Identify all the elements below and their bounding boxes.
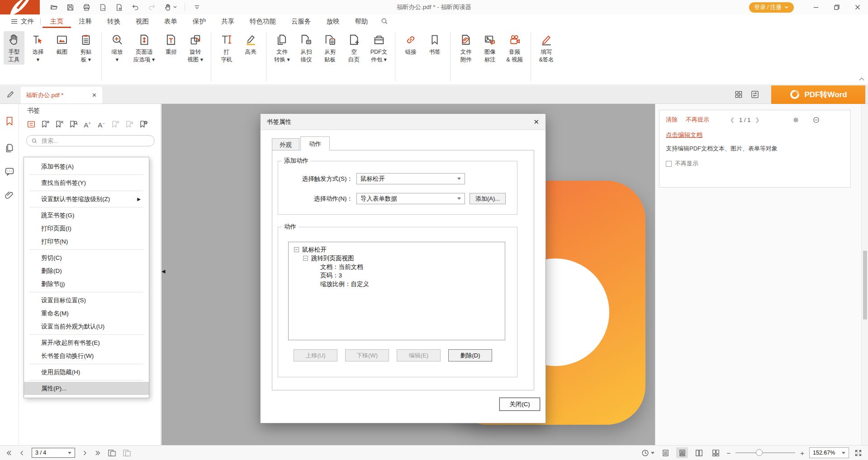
tree-row[interactable]: − 跳转到页面视图 [290,254,503,263]
image-annotation-button[interactable]: 图像标注 [479,31,500,65]
snapshot-button[interactable]: 截图 [52,31,72,57]
dialog-close-icon[interactable]: ✕ [533,118,539,126]
reflow-button[interactable]: 重排 [161,31,181,57]
close-button[interactable] [847,0,868,14]
tree-row[interactable]: 缩放比例：自定义 [290,280,503,288]
bookmark-button[interactable]: 书签 [424,31,445,57]
edit-document-link[interactable]: 点击编辑文档 [666,131,702,138]
context-menu-item[interactable]: 属性(P)... [24,382,149,395]
action-edit-button[interactable]: 下移(W) [345,349,389,361]
context-menu-item[interactable]: 展开/收起所有书签(E) [24,336,149,349]
file-attachment-button[interactable]: 文件附件 [455,31,476,65]
typewriter-button[interactable]: 打字机 [216,31,237,65]
tree-expander-icon[interactable]: − [294,247,299,252]
blank-page-button[interactable]: 空白页 [344,31,365,65]
context-menu-item[interactable]: 删除节(j) [24,277,149,291]
minimize-panel-icon[interactable] [812,116,820,124]
pdf-to-word-banner[interactable]: PDF转Word [771,85,865,104]
first-page-icon[interactable] [5,450,12,456]
minimize-button[interactable] [806,0,826,14]
attachments-panel-icon[interactable] [4,190,15,201]
fill-sign-button[interactable]: 填写&签名 [536,31,557,65]
trigger-select[interactable]: 鼠标松开 [356,173,465,184]
context-menu-item[interactable]: 使用后隐藏(H) [24,366,149,379]
dialog-title-bar[interactable]: 书签属性 ✕ [261,114,545,130]
context-menu-item[interactable]: 长书签自动换行(W) [24,349,149,362]
open-file-icon[interactable] [50,3,58,12]
menu-tab[interactable]: 表单 [157,14,185,28]
menu-tab[interactable]: 共享 [213,14,242,28]
tree-expander-icon[interactable]: − [303,256,308,261]
from-scanner-button[interactable]: 从扫描仪 [296,31,317,65]
document-tab[interactable]: 福昕办公.pdf * ✕ [21,87,102,103]
delete-bookmark-icon[interactable] [54,119,64,129]
tree-row[interactable]: − 鼠标松开 [290,245,503,254]
menu-tab[interactable]: 主页 [43,14,71,28]
vertical-scrollbar[interactable] [861,104,868,445]
find-bookmark-icon[interactable] [68,119,78,129]
clipboard-button[interactable]: 剪贴板 ▾ [76,31,96,65]
add-bookmark-icon[interactable] [40,119,50,129]
context-menu-item[interactable]: 剪切(C) [24,251,149,264]
gear-icon[interactable] [792,116,800,124]
fullscreen-icon[interactable] [854,449,863,457]
zoom-slider[interactable] [735,447,795,458]
file-convert-button[interactable]: 文件转换 ▾ [271,31,293,65]
action-edit-button[interactable]: 上移(U) [294,349,337,361]
context-menu-item[interactable]: 打印节(N) [24,235,149,248]
pdf-portfolio-button[interactable]: PDF文件包 ▾ [368,31,390,65]
link-button[interactable]: 链接 [400,31,421,57]
dialog-tab[interactable]: 动作 [300,136,330,150]
undo-icon[interactable] [131,3,140,12]
page-number-combo[interactable]: 3 / 4 [32,448,75,458]
login-button[interactable]: 登录 / 注册 [749,2,794,13]
menu-file[interactable]: 文件 [6,14,38,28]
menu-tab[interactable]: 转换 [100,14,128,28]
context-menu-item[interactable]: 查找当前书签(Y) [24,176,149,189]
tab-close-icon[interactable]: ✕ [92,92,97,99]
menu-tab[interactable]: 帮助 [347,14,376,28]
dialog-close-button[interactable]: 关闭(C) [499,398,540,411]
dialog-tab[interactable]: 外观 [272,138,299,150]
context-menu-item[interactable]: 设置目标位置(S) [24,294,149,307]
action-edit-button[interactable]: 删除(D) [448,349,492,361]
single-page-view-button[interactable] [659,447,671,458]
add-action-button[interactable]: 添加(A)... [470,193,506,204]
move-bookmark-down-icon[interactable] [124,119,134,129]
save-icon[interactable] [66,3,75,12]
from-clipboard-button[interactable]: 从剪贴板 [320,31,341,65]
restore-button[interactable] [826,0,847,14]
collapse-ribbon-icon[interactable] [859,77,864,81]
context-menu-item[interactable]: 添加书签(A) [24,160,149,173]
clear-link[interactable]: 清除 [666,116,678,124]
facing-continuous-view-button[interactable] [710,447,721,458]
menu-tab[interactable]: 视图 [128,14,157,28]
zoom-slider-thumb[interactable] [756,449,763,456]
context-menu-item[interactable]: 打印页面(I) [24,222,149,235]
action-select[interactable]: 导入表单数据 [356,193,465,204]
context-menu-item[interactable]: 删除(D) [24,264,149,277]
collapse-bookmarks-icon[interactable]: A− [96,118,106,130]
tree-row[interactable]: 页码：3 [290,271,503,280]
context-menu-item[interactable]: 重命名(M) [24,307,149,320]
tree-row[interactable]: 文档：当前文档 [290,263,503,271]
redo-icon[interactable] [147,3,156,12]
next-page-icon[interactable] [81,450,88,456]
comments-panel-icon[interactable] [4,166,15,177]
zoom-in-button[interactable]: + [800,450,804,456]
previous-page-icon[interactable] [19,450,25,456]
bookmark-settings-icon[interactable] [138,119,148,129]
pages-panel-icon[interactable] [4,143,15,154]
print-icon[interactable] [82,3,91,12]
bookmark-search-input[interactable] [41,137,150,145]
last-page-icon[interactable] [95,450,101,456]
context-menu-item[interactable]: 设置当前外观为默认(U) [24,320,149,333]
rotate-view-button[interactable]: 旋转视图 ▾ [185,31,206,65]
context-menu-item[interactable]: 跳至书签(G) [24,209,149,222]
read-mode-control[interactable] [641,449,655,457]
search-icon[interactable] [380,17,389,25]
menu-tab[interactable]: 放映 [319,14,347,28]
switch-tabs-icon[interactable] [750,90,759,99]
audio-video-button[interactable]: 音频& 视频 [503,31,526,65]
highlight-button[interactable]: 高亮 [240,31,261,57]
